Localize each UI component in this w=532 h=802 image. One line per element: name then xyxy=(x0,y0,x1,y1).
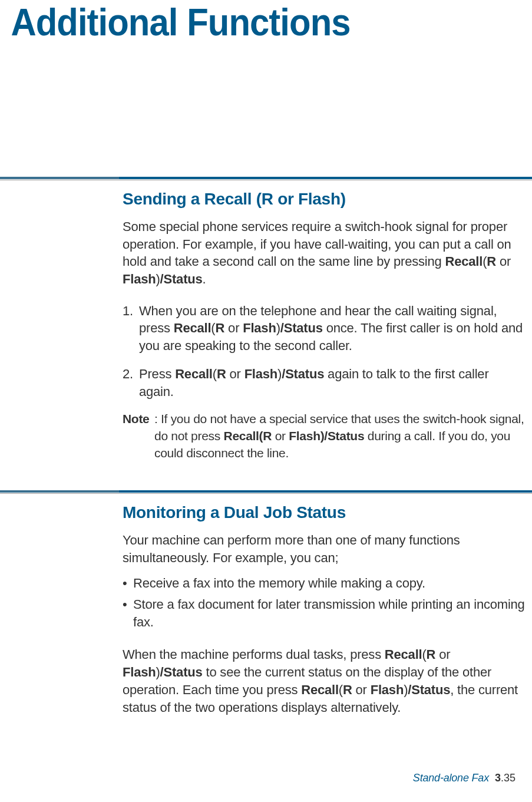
note-label: Note xyxy=(123,411,154,462)
footer-page-number: 3.35 xyxy=(495,772,516,784)
section-divider xyxy=(0,490,532,494)
section-divider xyxy=(0,177,532,180)
key-flash: Flash xyxy=(243,321,276,335)
intro-paragraph: Some special phone services require a sw… xyxy=(123,218,525,288)
step-1: 1. When you are on the telephone and hea… xyxy=(123,302,525,355)
text: or xyxy=(352,682,371,697)
intro-paragraph: Your machine can perform more than one o… xyxy=(123,532,525,566)
key-status: /Status xyxy=(160,272,203,286)
text: ) xyxy=(276,321,280,335)
key-recall: Recall xyxy=(385,647,422,662)
chapter-title: Additional Functions xyxy=(0,0,490,44)
text: ( xyxy=(339,682,343,697)
text: ) xyxy=(156,272,160,286)
note-body: : If you do not have a special service t… xyxy=(154,411,525,462)
bullet-dot: • xyxy=(123,575,133,592)
step-number: 2. xyxy=(123,365,139,400)
text: or xyxy=(224,321,243,335)
section-recall: Sending a Recall (R or Flash) Some speci… xyxy=(123,190,525,462)
key-recall: Recall xyxy=(445,254,483,269)
key-flash: Flash xyxy=(371,682,404,697)
step-2: 2. Press Recall(R or Flash)/Status again… xyxy=(123,365,525,400)
key-flash: Flash xyxy=(123,665,156,679)
text: . xyxy=(203,272,206,286)
key-r: R xyxy=(487,254,496,269)
note-block: Note : If you do not have a special serv… xyxy=(123,411,525,462)
key-status: /Status xyxy=(282,367,324,381)
step-body: When you are on the telephone and hear t… xyxy=(139,302,525,355)
section-dual-job: Monitoring a Dual Job Status Your machin… xyxy=(123,503,525,724)
key-flash: Flash xyxy=(123,272,156,286)
bullet-item: • Store a fax document for later transmi… xyxy=(123,596,525,631)
step-body: Press Recall(R or Flash)/Status again to… xyxy=(139,365,525,400)
key-flash: Flash xyxy=(244,367,277,381)
text: ) xyxy=(156,665,160,679)
key-status: /Status xyxy=(408,682,450,697)
text: When the machine performs dual tasks, pr… xyxy=(123,647,385,662)
text: or xyxy=(226,367,244,381)
bullet-dot: • xyxy=(123,596,133,631)
key-r: R xyxy=(217,367,226,381)
key-status: /Status xyxy=(160,665,203,679)
footer-section-name: Stand-alone Fax xyxy=(413,772,489,784)
key-recall: Recall(R xyxy=(224,429,272,443)
key-recall: Recall xyxy=(301,682,339,697)
step-number: 1. xyxy=(123,302,139,355)
key-r: R xyxy=(215,321,224,335)
bullet-body: Store a fax document for later transmiss… xyxy=(133,596,525,631)
section-heading-dualjob: Monitoring a Dual Job Status xyxy=(123,503,525,522)
text: or xyxy=(435,647,450,662)
key-recall: Recall xyxy=(174,321,212,335)
text: ( xyxy=(422,647,426,662)
bullet-item: • Receive a fax into the memory while ma… xyxy=(123,575,525,592)
text: Press xyxy=(139,367,175,381)
key-recall: Recall xyxy=(175,367,213,381)
text: or xyxy=(496,254,511,269)
key-flash-status: Flash)/Status xyxy=(289,429,364,443)
key-status: /Status xyxy=(280,321,323,335)
body-paragraph: When the machine performs dual tasks, pr… xyxy=(123,646,525,716)
key-r: R xyxy=(343,682,352,697)
text: ( xyxy=(213,367,217,381)
text: or xyxy=(272,429,289,443)
page-footer: Stand-alone Fax 3.35 xyxy=(413,772,516,784)
key-r: R xyxy=(427,647,436,662)
bullet-body: Receive a fax into the memory while maki… xyxy=(133,575,525,592)
section-heading-recall: Sending a Recall (R or Flash) xyxy=(123,190,525,209)
